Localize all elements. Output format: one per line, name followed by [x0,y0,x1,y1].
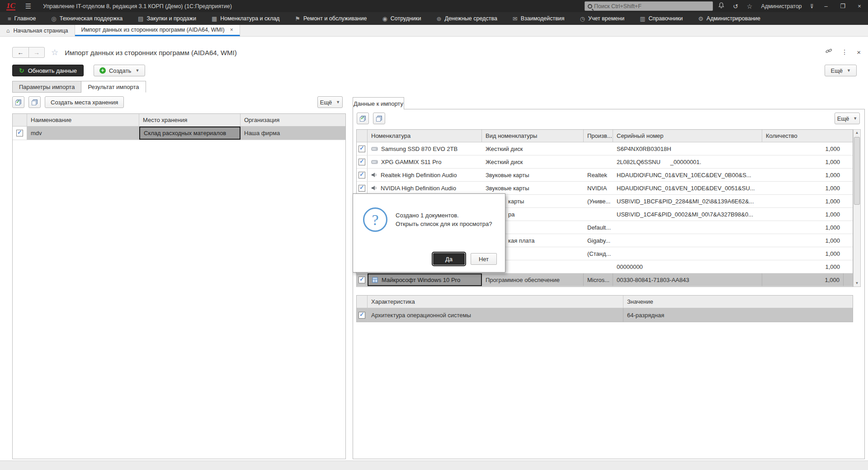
check-all-icon: ✓ [15,99,21,105]
status-strip [0,461,868,470]
column-header-value[interactable]: Значение [623,296,853,308]
no-button[interactable]: Нет [471,253,497,265]
forward-button[interactable]: → [28,47,44,57]
column-header-characteristic[interactable]: Характеристика [368,296,623,308]
chevron-down-icon: ▼ [853,116,857,121]
column-header-qty[interactable]: Количество [762,130,844,142]
employees-icon: ◉ [382,15,387,22]
tab-data-to-import[interactable]: Данные к импорту [353,97,404,109]
row-checkbox[interactable] [359,312,365,319]
row-checkbox[interactable] [16,130,23,136]
sidebar-item-money[interactable]: ⊚Денежные средства [429,12,505,25]
dialog-message-line2: Открыть список для их просмотра? [396,220,492,228]
disk-icon [371,146,378,152]
dialog-message-line1: Создано 1 документов. [396,211,492,220]
refresh-data-button[interactable]: ↻ Обновить данные [12,65,84,76]
column-header-org[interactable]: Организация [241,114,345,126]
create-storage-button[interactable]: Создать места хранения [45,96,124,108]
tab-import-params[interactable]: Параметры импорта [12,81,81,93]
row-checkbox[interactable] [359,277,365,283]
calendar-icon: ◷ [580,15,585,22]
sidebar-item-catalogs[interactable]: ▥Справочники [632,12,690,25]
right-more-button[interactable]: Ещё ▼ [835,113,860,124]
close-icon[interactable]: × [855,3,863,9]
row-checkbox[interactable] [359,159,365,165]
sidebar-item-repair[interactable]: ⚑Ремонт и обслуживание [287,12,374,25]
close-form-icon[interactable]: × [857,48,861,56]
row-checkbox[interactable] [359,172,365,179]
column-header-storage[interactable]: Место хранения [139,114,241,126]
sidebar-item-support[interactable]: ◎Техническая поддержка [43,12,130,25]
home-icon: ⌂ [6,28,10,34]
chevron-down-icon: ▼ [847,68,851,73]
back-button[interactable]: ← [13,47,28,57]
tab-import-data[interactable]: Импорт данных из сторонних программ (AID… [75,25,240,36]
global-search-input[interactable]: Поиск Ctrl+Shift+F [585,1,713,11]
more-dots-icon[interactable]: ⋮ [841,48,848,56]
row-checkbox[interactable] [359,185,365,192]
import-data-panel: ✓ Ещё ▼ Номенклатура Вид номенклатуры Пр… [353,109,865,459]
scrollbar-thumb[interactable] [854,137,860,205]
column-header-checkbox[interactable] [357,130,368,142]
column-header-checkbox[interactable] [13,114,27,126]
sidebar-item-employees[interactable]: ◉Сотрудники [374,12,429,25]
minimize-icon[interactable]: – [822,3,830,9]
check-all-button[interactable]: ✓ [12,96,24,108]
notifications-bell-icon[interactable] [718,2,724,10]
sidebar-item-interactions[interactable]: ✉Взаимодействия [505,12,572,25]
check-all-button[interactable]: ✓ [357,113,369,124]
cell-value[interactable]: 64-разрядная [623,308,853,322]
uncheck-all-button[interactable] [28,96,41,108]
check-all-icon: ✓ [360,116,366,122]
software-icon [372,277,378,283]
cell-characteristic[interactable]: Архитектура операционной системы [368,308,623,322]
table-row[interactable]: XPG GAMMIX S11 Pro Жесткий диск 2L082LQ6… [357,155,853,169]
table-row[interactable]: mdv Склад расходных материалов Наша фирм… [13,127,345,140]
column-header-kind[interactable]: Вид номенклатуры [482,130,584,142]
scroll-up-icon[interactable]: ▲ [854,130,860,136]
left-more-button[interactable]: Ещё ▼ [317,96,343,108]
main-menu-icon[interactable]: ☰ [25,2,31,10]
sidebar-item-timetracking[interactable]: ◷Учет времени [572,12,632,25]
sidebar-item-purchases[interactable]: ▤Закупки и продажи [130,12,204,25]
sidebar-item-administration[interactable]: ⚙Администрирование [690,12,768,25]
create-button[interactable]: + Создать ▼ [94,65,145,76]
column-header-name[interactable]: Наименование [27,114,139,126]
column-header-serial[interactable]: Серийный номер [613,130,762,142]
refresh-icon: ↻ [19,67,24,74]
table-row-selected[interactable]: Архитектура операционной системы 64-разр… [357,308,853,322]
table-row[interactable]: Realtek High Definition Audio Звуковые к… [357,169,853,182]
row-checkbox[interactable] [359,146,365,152]
scroll-down-icon[interactable]: ▼ [854,280,860,287]
favorite-star-icon[interactable]: ☆ [51,47,58,57]
table-row[interactable]: NVIDIA High Definition Audio Звуковые ка… [357,182,853,195]
favorites-star-icon[interactable]: ☆ [747,3,753,10]
maximize-icon[interactable]: ❐ [839,3,847,9]
search-placeholder: Поиск Ctrl+Shift+F [594,3,642,9]
table-row-selected[interactable]: Майкрософт Windows 10 Pro Программное об… [357,273,853,287]
uncheck-all-icon [376,116,382,122]
tab-close-icon[interactable]: × [230,27,233,33]
sidebar-item-main[interactable]: ≡Главное [0,12,43,25]
window-title: Управление IT-отделом 8, редакция 3.1 КО… [43,3,232,9]
cell-name[interactable]: mdv [27,127,139,140]
yes-button[interactable]: Да [433,253,465,265]
cell-storage[interactable]: Склад расходных материалов [139,127,241,140]
sidebar-item-warehouse[interactable]: ▦Номенклатура и склад [204,12,288,25]
form-more-button[interactable]: Ещё ▼ [825,65,857,76]
table-row[interactable]: Samsung SSD 870 EVO 2TB Жесткий диск S6P… [357,142,853,155]
user-menu-icon[interactable]: ≡▾ [811,4,813,9]
tab-home[interactable]: ⌂ Начальная страница [0,25,75,36]
column-header-nomenclature[interactable]: Номенклатура [368,130,482,142]
uncheck-all-button[interactable] [373,113,385,124]
column-header-manufacturer[interactable]: Произв... [584,130,613,142]
column-header-checkbox[interactable] [357,296,368,308]
catalogs-icon: ▥ [640,15,645,22]
tab-import-result[interactable]: Результат импорта [81,81,146,93]
history-icon[interactable]: ↺ [733,3,738,10]
link-icon[interactable] [826,48,832,56]
warehouse-icon: ▦ [212,15,217,22]
user-name[interactable]: Администратор [761,3,802,9]
vertical-scrollbar[interactable]: ▲ ▼ [853,129,861,287]
cell-org[interactable]: Наша фирма [241,127,345,140]
